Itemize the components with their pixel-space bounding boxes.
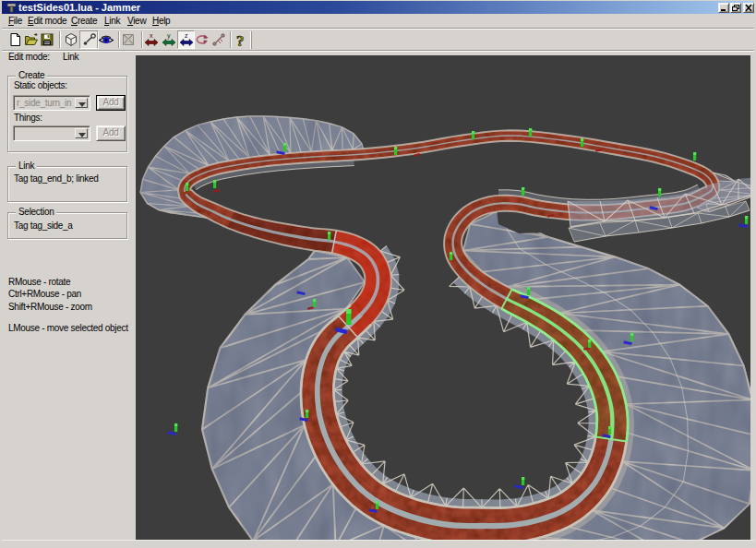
svg-text:y: y <box>167 32 171 40</box>
svg-text:?: ? <box>236 32 244 47</box>
svg-text:z: z <box>185 32 188 39</box>
svg-text:x: x <box>150 32 153 39</box>
